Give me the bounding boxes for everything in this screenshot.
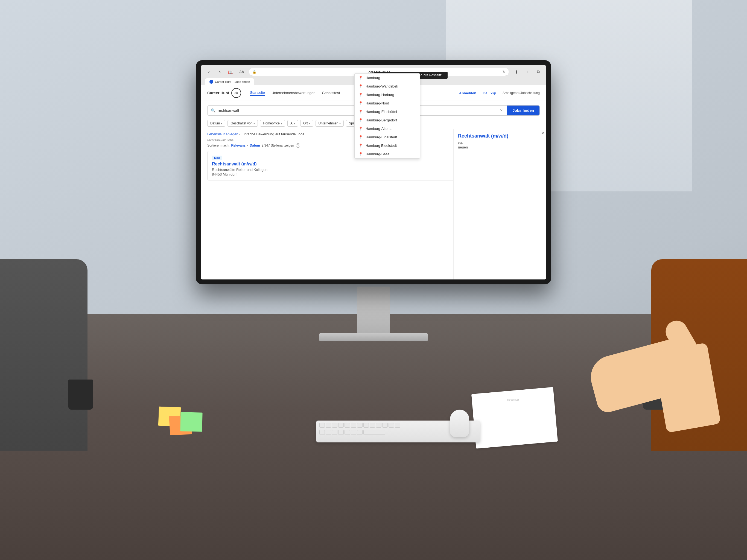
location-item-1[interactable]: 📍 Hamburg-Wandsbek — [355, 85, 420, 91]
nav-arbeitgeber[interactable]: Arbeitgeber/Jobschaltung — [503, 91, 540, 95]
filter-geschaltet-label: Geschaltet von — [231, 121, 252, 125]
reload-icon: ↻ — [502, 70, 506, 74]
location-label-5: Hamburg-Bergedorf — [366, 118, 397, 122]
pin-icon-7: 📍 — [358, 135, 363, 139]
info-icon[interactable]: ? — [296, 143, 300, 148]
job-search-wrap: 🔍 — [208, 105, 357, 116]
mouse — [450, 410, 469, 437]
nav-unternehmensbewertungen[interactable]: Unternehmensbewertungen — [272, 91, 315, 96]
filter-unternehmen-chevron: ▾ — [339, 122, 341, 125]
nav-anmelden[interactable]: Anmelden — [459, 91, 476, 95]
logo-area: Career Hunt ch — [207, 88, 241, 98]
lang-uk[interactable]: Укр — [490, 91, 496, 95]
duplicate-button[interactable]: ⧉ — [534, 68, 542, 76]
filter-a-chevron: ▾ — [294, 122, 295, 125]
filter-homeoffice-label: Homeoffice — [263, 121, 279, 125]
sticky-note-green — [180, 412, 202, 432]
lang-de[interactable]: De — [483, 91, 488, 95]
pin-icon-9: 📍 — [358, 152, 363, 156]
logo-text: Career Hunt — [207, 91, 229, 95]
aa-button[interactable]: AA — [238, 68, 246, 76]
monitor: ‹ › 📖 AA 🔒 careerhunt.de ↻ ⬆ + ⧉ Career … — [196, 60, 551, 284]
pin-icon-5: 📍 — [358, 118, 363, 122]
logo-initials: ch — [235, 91, 238, 95]
panel-subtitle-line2: neuen — [458, 145, 468, 149]
resume-suffix: - Einfache Bewerbung auf tausende Jobs. — [239, 132, 305, 136]
pin-icon-3: 📍 — [358, 101, 363, 105]
location-item-5[interactable]: 📍 Hamburg-Bergedorf — [355, 116, 420, 124]
location-item-2[interactable]: 📍 Hamburg-Harburg — [355, 91, 420, 99]
panel-subtitle-line1: ine — [458, 141, 463, 145]
search-area: 🔍 📍 × Jobs finden Tipp: Geben Sie Ihren … — [201, 101, 546, 118]
location-item-3[interactable]: 📍 Hamburg-Nord — [355, 99, 420, 107]
search-icon: 🔍 — [211, 108, 215, 113]
monitor-stand — [357, 286, 390, 336]
filter-ort-chevron: ▾ — [309, 122, 310, 125]
location-label-3: Hamburg-Nord — [366, 101, 389, 105]
left-person — [0, 259, 87, 451]
resume-link-text[interactable]: Lebenslauf anlegen — [207, 132, 238, 136]
location-label-9: Hamburg-Sasel — [366, 152, 390, 156]
filter-unternehmen-label: Unternehmen — [318, 121, 338, 125]
filter-geschaltet-chevron: ▾ — [254, 122, 255, 125]
hands-illustration — [523, 292, 714, 456]
job-search-input[interactable] — [217, 108, 354, 113]
tab-label: Career Hunt – Jobs finden — [215, 80, 250, 83]
monitor-base — [319, 333, 428, 341]
location-item-6[interactable]: 📍 Hamburg-Altona — [355, 124, 420, 133]
location-item-8[interactable]: 📍 Hamburg Eidelstedt — [355, 142, 420, 150]
website-content: Career Hunt ch Startseite Unternehmensbe… — [201, 85, 546, 279]
filter-unternehmen[interactable]: Unternehmen ▾ — [315, 120, 344, 127]
job-badge-new: Neu — [212, 156, 222, 160]
sort-label: Sortieren nach: — [207, 144, 229, 147]
location-label-8: Hamburg Eidelstedt — [366, 144, 397, 148]
tab-favicon — [209, 80, 213, 84]
pin-icon-6: 📍 — [358, 127, 363, 131]
location-item-4[interactable]: 📍 Hamburg-Einsbüttel — [355, 107, 420, 116]
filter-ort[interactable]: Ort ▾ — [300, 120, 313, 127]
coffee-mug-left — [68, 380, 93, 410]
logo-icon: ch — [231, 88, 241, 98]
filter-a[interactable]: A ▾ — [287, 120, 298, 127]
pin-icon-4: 📍 — [358, 110, 363, 114]
filter-datum-chevron: ▾ — [221, 122, 222, 125]
reader-mode-button[interactable]: 📖 — [227, 68, 235, 76]
monitor-screen: ‹ › 📖 AA 🔒 careerhunt.de ↻ ⬆ + ⧉ Career … — [201, 65, 546, 279]
pin-icon-2: 📍 — [358, 93, 363, 97]
filter-homeoffice[interactable]: Homeoffice ▾ — [260, 120, 285, 127]
new-tab-button[interactable]: + — [523, 68, 531, 76]
location-label-2: Hamburg-Harburg — [366, 93, 394, 97]
panel-subtitle: ine neuen — [458, 141, 542, 149]
nav-startseite[interactable]: Startseite — [250, 91, 265, 96]
location-item-7[interactable]: 📍 Hamburg-Eidelstedt — [355, 133, 420, 142]
nav-gehaltstest[interactable]: Gehaltstest — [322, 91, 340, 96]
panel-job-title: Rechtsanwalt (m/w/d) — [458, 133, 542, 139]
filter-a-label: A — [290, 121, 292, 125]
active-tab[interactable]: Career Hunt – Jobs finden — [205, 78, 254, 85]
location-label-6: Hamburg-Altona — [366, 127, 391, 131]
panel-close-button[interactable]: × — [542, 131, 544, 136]
result-count: 2.347 Stellenanzeigen — [262, 144, 294, 147]
clear-location-button[interactable]: × — [499, 107, 504, 113]
pin-icon-1: 📍 — [358, 85, 363, 88]
sort-relevance[interactable]: Relevanz — [231, 144, 245, 147]
location-item-9[interactable]: 📍 Hamburg-Sasel — [355, 150, 420, 158]
filter-datum-label: Datum — [210, 121, 220, 125]
filter-ort-label: Ort — [303, 121, 308, 125]
filter-geschaltet[interactable]: Geschaltet von ▾ — [228, 120, 258, 127]
nav-lang: De Укр — [483, 91, 496, 95]
filter-homeoffice-chevron: ▾ — [281, 122, 282, 125]
filter-datum[interactable]: Datum ▾ — [207, 120, 225, 127]
right-panel: × Rechtsanwalt (m/w/d) ine neuen — [453, 129, 546, 279]
location-label-4: Hamburg-Einsbüttel — [366, 110, 397, 114]
sort-date[interactable]: Datum — [250, 144, 260, 147]
sort-separator: - — [247, 144, 248, 147]
location-dropdown: 📍 Hamburg 📍 Hamburg-Wandsbek 📍 Hamburg-H… — [354, 85, 420, 159]
forward-button[interactable]: › — [216, 68, 224, 76]
location-label-1: Hamburg-Wandsbek — [366, 85, 398, 88]
share-button[interactable]: ⬆ — [512, 68, 520, 76]
back-button[interactable]: ‹ — [205, 68, 213, 76]
search-button[interactable]: Jobs finden — [507, 105, 539, 116]
lock-icon: 🔒 — [252, 70, 256, 74]
location-label-7: Hamburg-Eidelstedt — [366, 135, 397, 139]
